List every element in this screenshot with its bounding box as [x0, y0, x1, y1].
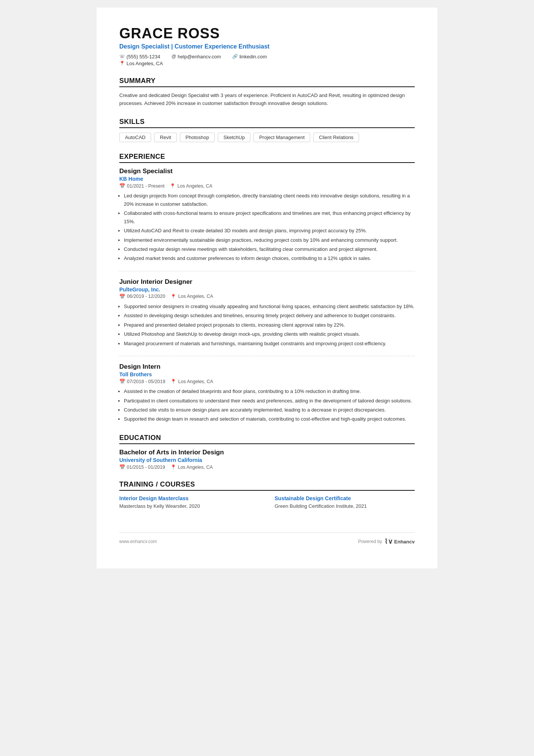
enhancv-logo: ⌇∨ Enhancv — [384, 537, 415, 546]
footer: www.enhancv.com Powered by ⌇∨ Enhancv — [119, 532, 415, 546]
logo-icon: ⌇∨ — [384, 537, 393, 546]
company-name: Toll Brothers — [119, 371, 415, 377]
job-meta: 📅 01/2021 - Present 📍 Los Angeles, CA — [119, 183, 415, 189]
bullet-list: Supported senior designers in creating v… — [119, 302, 415, 347]
edu-location: 📍 Los Angeles, CA — [170, 464, 213, 470]
location-value: Los Angeles, CA — [126, 61, 163, 66]
job-title: Design Intern — [119, 363, 415, 371]
candidate-title: Design Specialist | Customer Experience … — [119, 43, 415, 50]
linkedin-value: linkedin.com — [239, 54, 267, 59]
job-dates: 📅 06/2019 - 12/2020 — [119, 294, 165, 299]
bullet-item: Managed procurement of materials and fur… — [124, 340, 415, 347]
training-item: Sustainable Design Certificate Green Bui… — [275, 495, 415, 510]
experience-item: Junior Interior DesignerPulteGroup, Inc.… — [119, 278, 415, 347]
job-location: 📍 Los Angeles, CA — [170, 379, 213, 384]
job-title: Junior Interior Designer — [119, 278, 415, 286]
job-meta: 📅 07/2018 - 05/2019 📍 Los Angeles, CA — [119, 379, 415, 384]
experience-container: Design SpecialistKB Home 📅 01/2021 - Pre… — [119, 167, 415, 423]
bullet-list: Led design projects from concept through… — [119, 192, 415, 263]
experience-item: Design SpecialistKB Home 📅 01/2021 - Pre… — [119, 167, 415, 263]
job-title: Design Specialist — [119, 167, 415, 175]
training-container: Interior Design Masterclass Masterclass … — [119, 495, 415, 510]
experience-divider — [119, 271, 415, 271]
education-item: Bachelor of Arts in Interior Design Univ… — [119, 449, 415, 470]
summary-text: Creative and dedicated Design Specialist… — [119, 92, 415, 108]
summary-section: SUMMARY Creative and dedicated Design Sp… — [119, 77, 415, 108]
job-dates: 📅 07/2018 - 05/2019 — [119, 379, 165, 384]
job-location: 📍 Los Angeles, CA — [170, 183, 212, 189]
skill-tag: Client Relations — [313, 133, 359, 142]
training-course-title: Sustainable Design Certificate — [275, 495, 415, 501]
bullet-item: Participated in client consultations to … — [124, 397, 415, 405]
training-course-detail: Green Building Certification Institute, … — [275, 502, 415, 510]
bullet-item: Led design projects from concept through… — [124, 192, 415, 208]
education-title: EDUCATION — [119, 434, 415, 444]
bullet-item: Assisted in developing design schedules … — [124, 311, 415, 319]
skills-row: AutoCADRevitPhotoshopSketchUpProject Man… — [119, 133, 415, 142]
calendar-icon: 📅 — [119, 183, 125, 189]
location-icon: 📍 — [170, 294, 176, 299]
experience-divider — [119, 356, 415, 356]
skill-tag: Project Management — [253, 133, 310, 142]
bullet-item: Conducted site visits to ensure design p… — [124, 406, 415, 414]
experience-section: EXPERIENCE Design SpecialistKB Home 📅 01… — [119, 153, 415, 423]
location-icon: 📍 — [170, 465, 176, 470]
bullet-item: Supported the design team in research an… — [124, 415, 415, 423]
bullet-item: Collaborated with cross-functional teams… — [124, 209, 415, 225]
location-icon: 📍 — [170, 183, 176, 189]
skills-title: SKILLS — [119, 118, 415, 128]
phone-icon: ☏ — [119, 54, 125, 59]
skill-tag: Revit — [154, 133, 177, 142]
job-meta: 📅 06/2019 - 12/2020 📍 Los Angeles, CA — [119, 294, 415, 299]
header: GRACE ROSS Design Specialist | Customer … — [119, 26, 415, 66]
bullet-item: Prepared and presented detailed project … — [124, 321, 415, 329]
bullet-item: Utilized Photoshop and SketchUp to devel… — [124, 330, 415, 338]
bullet-item: Conducted regular design review meetings… — [124, 245, 415, 253]
bullet-item: Supported senior designers in creating v… — [124, 302, 415, 310]
email-value: help@enhancv.com — [178, 54, 221, 59]
footer-website: www.enhancv.com — [119, 539, 157, 544]
phone-value: (555) 555-1234 — [126, 54, 160, 59]
contact-row-1: ☏ (555) 555-1234 @ help@enhancv.com 🔗 li… — [119, 54, 415, 59]
brand-name: Enhancv — [394, 539, 415, 545]
linkedin-contact: 🔗 linkedin.com — [232, 54, 267, 59]
calendar-icon: 📅 — [119, 294, 125, 299]
email-icon: @ — [172, 54, 176, 59]
edu-meta: 📅 01/2015 - 01/2019 📍 Los Angeles, CA — [119, 464, 415, 470]
training-section: TRAINING / COURSES Interior Design Maste… — [119, 481, 415, 510]
summary-title: SUMMARY — [119, 77, 415, 87]
location-icon: 📍 — [170, 379, 176, 384]
candidate-name: GRACE ROSS — [119, 26, 415, 42]
linkedin-icon: 🔗 — [232, 54, 238, 59]
bullet-item: Analyzed market trends and customer pref… — [124, 254, 415, 262]
location-contact: 📍 Los Angeles, CA — [119, 61, 163, 66]
company-name: KB Home — [119, 176, 415, 182]
training-item: Interior Design Masterclass Masterclass … — [119, 495, 259, 510]
experience-title: EXPERIENCE — [119, 153, 415, 163]
edu-degree: Bachelor of Arts in Interior Design — [119, 449, 415, 456]
email-contact: @ help@enhancv.com — [172, 54, 221, 59]
education-section: EDUCATION Bachelor of Arts in Interior D… — [119, 434, 415, 470]
training-course-detail: Masterclass by Kelly Wearstler, 2020 — [119, 502, 259, 510]
location-icon: 📍 — [119, 61, 125, 66]
bullet-item: Implemented environmentally sustainable … — [124, 236, 415, 244]
resume-page: GRACE ROSS Design Specialist | Customer … — [97, 8, 437, 568]
job-dates: 📅 01/2021 - Present — [119, 183, 164, 189]
training-course-title: Interior Design Masterclass — [119, 495, 259, 501]
edu-school: University of Southern California — [119, 457, 415, 463]
bullet-list: Assisted in the creation of detailed blu… — [119, 387, 415, 423]
powered-by-text: Powered by — [358, 539, 382, 544]
skill-tag: SketchUp — [218, 133, 250, 142]
company-name: PulteGroup, Inc. — [119, 286, 415, 293]
education-container: Bachelor of Arts in Interior Design Univ… — [119, 449, 415, 470]
edu-dates: 📅 01/2015 - 01/2019 — [119, 464, 165, 470]
calendar-icon: 📅 — [119, 379, 125, 384]
skill-tag: Photoshop — [180, 133, 215, 142]
skills-section: SKILLS AutoCADRevitPhotoshopSketchUpProj… — [119, 118, 415, 142]
footer-brand: Powered by ⌇∨ Enhancv — [358, 537, 415, 546]
contact-row-2: 📍 Los Angeles, CA — [119, 61, 415, 66]
experience-item: Design InternToll Brothers 📅 07/2018 - 0… — [119, 363, 415, 423]
calendar-icon: 📅 — [119, 465, 125, 470]
job-location: 📍 Los Angeles, CA — [170, 294, 213, 299]
bullet-item: Assisted in the creation of detailed blu… — [124, 387, 415, 395]
